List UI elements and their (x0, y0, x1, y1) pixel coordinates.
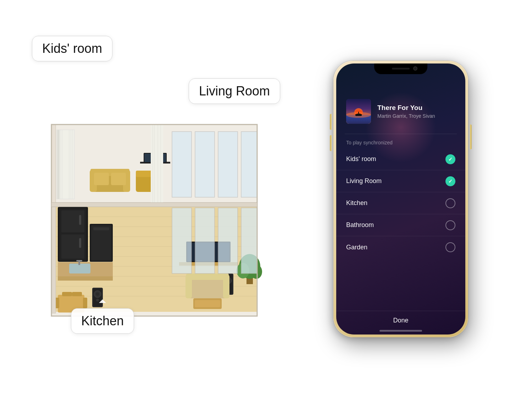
svg-rect-77 (172, 208, 192, 273)
svg-rect-8 (57, 130, 60, 199)
song-title: There For You (377, 104, 455, 112)
room-name-bathroom: Bathroom (346, 221, 374, 229)
room-name-kids-room: Kids' room (346, 155, 376, 163)
svg-rect-71 (186, 277, 229, 298)
room-item-garden[interactable]: Garden (336, 236, 465, 258)
svg-rect-79 (218, 208, 238, 273)
phone-device: There For You Martin Garrix, Troye Sivan… (333, 61, 468, 337)
check-living-room[interactable] (445, 176, 455, 186)
svg-rect-88 (51, 203, 257, 207)
phone-screen: There For You Martin Garrix, Troye Sivan… (336, 63, 465, 335)
house-illustration (37, 103, 271, 323)
room-item-bathroom[interactable]: Bathroom (336, 214, 465, 236)
volume-up-button (330, 114, 332, 130)
svg-rect-85 (72, 292, 82, 296)
svg-point-66 (96, 299, 99, 302)
room-name-living-room: Living Room (346, 177, 382, 185)
svg-rect-74 (223, 275, 229, 298)
svg-rect-72 (186, 273, 229, 280)
svg-rect-76 (195, 300, 220, 307)
kitchen-label: Kitchen (81, 314, 124, 328)
room-name-garden: Garden (346, 244, 367, 251)
living-room-label: Living Room (199, 84, 270, 98)
check-bathroom[interactable] (445, 220, 455, 230)
check-garden[interactable] (445, 242, 455, 252)
svg-rect-6 (241, 132, 257, 197)
room-name-kitchen: Kitchen (346, 199, 367, 207)
room-item-kids-room[interactable]: Kids' room (336, 148, 465, 170)
right-section: There For You Martin Garrix, Troye Sivan… (291, 13, 511, 385)
svg-rect-20 (111, 173, 126, 185)
kitchen-bubble: Kitchen (71, 308, 134, 334)
left-section: Kids' room Living Room (21, 22, 287, 376)
svg-rect-51 (69, 264, 90, 273)
speaker-notch (392, 68, 410, 70)
room-list: Kids' room Living Room Kitchen Bathroom (336, 148, 465, 311)
svg-rect-46 (79, 238, 81, 248)
svg-rect-80 (241, 208, 257, 273)
power-button (470, 125, 472, 149)
kids-room-bubble: Kids' room (32, 36, 112, 61)
svg-rect-86 (51, 207, 56, 313)
svg-rect-78 (195, 208, 215, 273)
now-playing-section: There For You Martin Garrix, Troye Sivan (336, 92, 465, 131)
svg-rect-83 (83, 298, 87, 308)
svg-rect-94 (358, 112, 359, 115)
sync-label: To play synchronized (336, 134, 465, 148)
svg-rect-5 (218, 132, 238, 197)
svg-rect-54 (58, 276, 113, 281)
svg-rect-2 (51, 125, 56, 207)
svg-rect-84 (62, 292, 72, 296)
camera-notch (413, 66, 417, 71)
svg-rect-45 (79, 215, 81, 225)
room-item-kitchen[interactable]: Kitchen (336, 192, 465, 214)
svg-rect-48 (91, 225, 111, 260)
check-kitchen[interactable] (445, 198, 455, 208)
svg-rect-53 (76, 260, 82, 261)
svg-rect-73 (185, 275, 192, 298)
screen-content: There For You Martin Garrix, Troye Sivan… (336, 63, 465, 335)
living-room-bubble: Living Room (189, 78, 280, 104)
volume-down-button (330, 135, 332, 151)
phone-notch (374, 63, 427, 74)
kids-room-label: Kids' room (42, 41, 102, 56)
song-artist: Martin Garrix, Troye Sivan (377, 113, 455, 119)
svg-rect-3 (172, 132, 192, 197)
svg-rect-49 (93, 227, 109, 230)
done-button[interactable]: Done (393, 317, 408, 324)
room-item-living-room[interactable]: Living Room (336, 170, 465, 192)
album-art (346, 99, 371, 124)
svg-point-65 (96, 292, 99, 296)
done-area: Done (336, 311, 465, 330)
svg-rect-4 (195, 132, 215, 197)
home-indicator (379, 330, 422, 332)
svg-rect-19 (94, 173, 109, 185)
check-kids-room[interactable] (445, 154, 455, 164)
song-info: There For You Martin Garrix, Troye Sivan (377, 104, 455, 119)
